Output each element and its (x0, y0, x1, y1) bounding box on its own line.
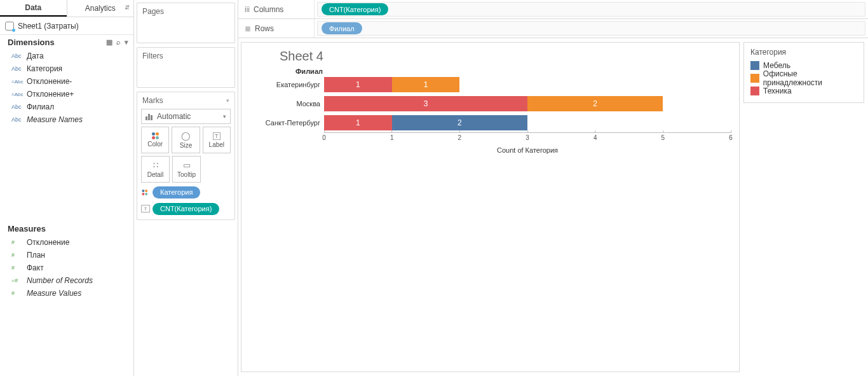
field-name: Отклонение (27, 238, 69, 247)
measures-list: #Отклонение#План#Факт=#Number of Records… (0, 236, 133, 300)
columns-shelf-slot[interactable]: CNT(Категория) (317, 2, 865, 17)
legend-label: Мебель (763, 61, 790, 70)
marks-size-button[interactable]: ◯ Size (172, 127, 200, 153)
pill-columns-cnt-category[interactable]: CNT(Категория) (322, 3, 388, 15)
columns-shelf: iii Columns CNT(Категория) (238, 0, 868, 19)
rows-shelf-label: ≣ Rows (238, 19, 315, 38)
field-type-icon: Abc (11, 104, 23, 110)
rows-text: Rows (255, 24, 274, 33)
columns-text: Columns (254, 5, 283, 14)
shelves-panel: Pages Filters Marks ▾ Automatic ▾ Color … (134, 0, 238, 376)
pill-color-category[interactable]: Категория (153, 186, 200, 198)
view-grid-icon[interactable]: ▦ (106, 38, 112, 46)
pill-rows-branch[interactable]: Филиал (322, 22, 362, 34)
bar-segment[interactable]: 1 (392, 77, 460, 92)
label-icon: T (141, 205, 150, 212)
mark-type-label: Automatic (157, 112, 191, 121)
legend-swatch (750, 87, 759, 95)
field-measure-values[interactable]: #Measure Values (0, 287, 133, 300)
size-icon: ◯ (181, 131, 191, 141)
legend-item[interactable]: Офисные принадлежности (750, 72, 857, 85)
y-axis-labels: ЕкатеринбургМоскваСанкт-Петербург (249, 75, 324, 132)
tooltip-icon: ▭ (183, 160, 191, 170)
field-type-icon: =# (11, 277, 23, 284)
field-категория[interactable]: AbcКатегория (0, 62, 133, 75)
field-план[interactable]: #План (0, 249, 133, 261)
marks-color-pill-row: Категория (141, 185, 231, 199)
field-филиал[interactable]: AbcФилиал (0, 101, 133, 113)
field-name: Категория (27, 64, 62, 73)
marks-tooltip-label: Tooltip (177, 171, 196, 178)
field-type-icon: # (11, 239, 23, 246)
marks-card: Marks ▾ Automatic ▾ Color ◯ Size T (137, 92, 235, 220)
color-legend[interactable]: Категория МебельОфисные принадлежностиТе… (743, 42, 864, 103)
menu-icon[interactable]: ▾ (125, 38, 128, 46)
marks-color-button[interactable]: Color (141, 127, 169, 153)
y-tick-label: Екатеринбург (249, 75, 324, 94)
bar-segment[interactable]: 1 (324, 77, 392, 92)
row-field-header: Филиал (249, 67, 324, 75)
data-panel: Data Analytics ⇵ Sheet1 (Затраты) Dimens… (0, 0, 134, 376)
datasource-icon (5, 22, 14, 31)
marks-size-label: Size (180, 142, 192, 149)
search-icon[interactable]: ⌕ (116, 38, 121, 46)
color-icon (152, 132, 159, 139)
pages-card[interactable]: Pages (137, 3, 235, 43)
legend-items: МебельОфисные принадлежностиТехника (750, 59, 857, 97)
pill-label-cnt-category[interactable]: CNT(Категория) (153, 203, 219, 215)
x-tick-label: 5 (661, 133, 665, 141)
field-отклонение[interactable]: #Отклонение (0, 236, 133, 249)
color-icon (142, 190, 149, 195)
label-icon: T (213, 132, 220, 140)
bar-segment[interactable]: 2 (527, 96, 663, 111)
marks-title: Marks (142, 96, 163, 105)
marks-label-button[interactable]: T Label (203, 127, 231, 153)
datasource-row[interactable]: Sheet1 (Затраты) (0, 17, 133, 35)
bar-row: 12 (324, 113, 731, 132)
columns-icon: iii (245, 5, 250, 14)
measures-header: Measures (0, 221, 133, 236)
field-факт[interactable]: #Факт (0, 261, 133, 274)
field-name: Number of Records (27, 276, 93, 285)
marks-tooltip-button[interactable]: ▭ Tooltip (172, 156, 201, 183)
marks-detail-button[interactable]: ∷ Detail (141, 156, 170, 183)
chevron-down-icon[interactable]: ▾ (226, 97, 229, 104)
chevron-down-icon: ▾ (223, 113, 226, 120)
x-tick-label: 3 (526, 133, 529, 141)
field-type-icon: # (11, 265, 23, 271)
worksheet-area: iii Columns CNT(Категория) ≣ Rows Филиал… (238, 0, 868, 376)
field-measure-names[interactable]: AbcMeasure Names (0, 113, 133, 126)
chart: ЕкатеринбургМоскваСанкт-Петербург 113212 (249, 75, 731, 132)
field-дата[interactable]: AbcДата (0, 50, 133, 62)
marks-color-label: Color (147, 141, 163, 148)
field-number-of-records[interactable]: =#Number of Records (0, 274, 133, 287)
sheet-title[interactable]: Sheet 4 (280, 49, 731, 64)
measures-title: Measures (8, 224, 46, 233)
rows-icon: ≣ (245, 24, 251, 33)
bar-segment[interactable]: 3 (324, 96, 527, 111)
mark-type-select[interactable]: Automatic ▾ (141, 109, 231, 124)
y-tick-label: Москва (249, 94, 324, 113)
tab-analytics-label: Analytics (85, 4, 116, 13)
detail-icon: ∷ (153, 160, 158, 170)
field-отклонение-[interactable]: =AbcОтклонение- (0, 75, 133, 88)
bar-segment[interactable]: 1 (324, 115, 392, 130)
field-type-icon: =Abc (11, 79, 23, 85)
bar-segment[interactable]: 2 (392, 115, 527, 130)
marks-label-pill-row: T CNT(Категория) (141, 202, 231, 216)
y-tick-label: Санкт-Петербург (249, 113, 324, 132)
field-type-icon: Abc (11, 53, 23, 59)
legend-title: Категория (750, 48, 857, 57)
field-type-icon: # (11, 290, 23, 296)
field-name: План (27, 251, 45, 260)
columns-shelf-label: iii Columns (238, 0, 315, 18)
filters-card[interactable]: Filters (137, 47, 235, 88)
bar-chart-icon (146, 113, 153, 120)
field-type-icon: =Abc (11, 92, 23, 97)
rows-shelf-slot[interactable]: Филиал (317, 21, 865, 36)
tab-data[interactable]: Data (0, 0, 67, 17)
legend-swatch (750, 74, 759, 83)
field-отклонение+[interactable]: =AbcОтклонение+ (0, 88, 133, 101)
tab-analytics[interactable]: Analytics ⇵ (67, 0, 134, 17)
viz-canvas[interactable]: Sheet 4 Филиал ЕкатеринбургМоскваСанкт-П… (241, 42, 740, 372)
